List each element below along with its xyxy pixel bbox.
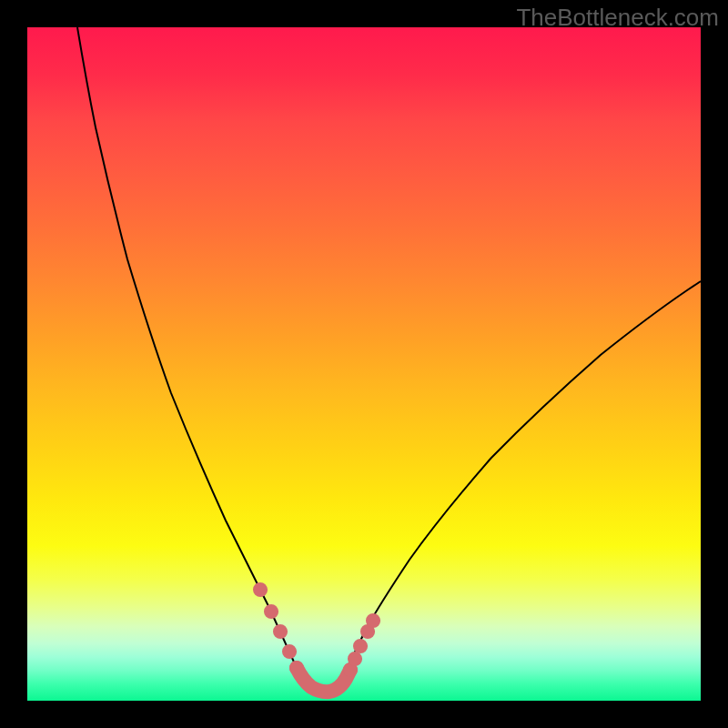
plot-area xyxy=(27,27,701,701)
watermark-text: TheBottleneck.com xyxy=(516,4,719,32)
chart-container: TheBottleneck.com xyxy=(0,0,728,728)
